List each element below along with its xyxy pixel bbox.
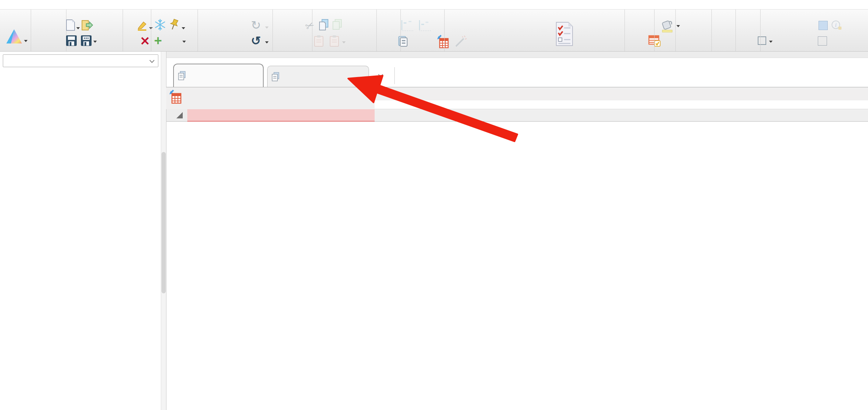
header-band-divider <box>375 109 868 109</box>
menu-bar <box>0 0 868 9</box>
sheet-title-cell[interactable] <box>166 87 375 109</box>
toolbar-section-sheet: ✕ + <box>66 10 123 51</box>
results-sheet-icon <box>178 71 186 80</box>
svg-text:i: i <box>835 22 837 28</box>
analysis-grid-icon[interactable] <box>169 89 182 104</box>
tab-multiple-comparisons[interactable] <box>267 66 369 87</box>
toolbar-section-la <box>712 10 736 51</box>
tab-overflow-chevron-icon[interactable] <box>378 72 383 77</box>
tab-anova-results[interactable] <box>173 64 264 87</box>
tab-strip <box>166 52 868 58</box>
prism-logo-button[interactable] <box>6 29 23 44</box>
selected-column-header[interactable] <box>187 109 375 122</box>
results-sheet-icon <box>272 72 280 81</box>
tab-separator <box>394 67 395 84</box>
toolbar-section-change <box>312 10 377 51</box>
toolbar-section-draw <box>377 10 401 51</box>
toolbar-section-text <box>445 10 625 51</box>
prism-window: ✕ + ↻ ↺ ✂ <box>0 0 868 410</box>
toolbar-section-clipboard: ✂ <box>151 10 198 51</box>
prism-logo-icon <box>6 29 23 44</box>
corner-triangle-icon <box>176 112 183 118</box>
toolbar-section-undo: ↻ ↺ <box>123 10 151 51</box>
toolbar-section-send <box>676 10 712 51</box>
word-object-button[interactable] <box>819 21 828 30</box>
toolbar-section-write: i <box>401 10 445 51</box>
text-box-button[interactable] <box>818 36 827 46</box>
navigator-sidebar <box>0 52 161 410</box>
info-new-icon[interactable]: i <box>831 20 842 31</box>
search-input[interactable] <box>3 54 158 67</box>
draw-dropdown[interactable] <box>769 41 773 43</box>
sidebar-divider <box>161 52 161 410</box>
toolbar-section-export: txt xml <box>625 10 655 51</box>
sidebar-scrollbar-thumb[interactable] <box>162 152 166 293</box>
sheet-header-band <box>375 87 868 100</box>
toolbar-section-prism <box>0 10 31 51</box>
toolbar: ✕ + ↻ ↺ ✂ <box>0 9 868 52</box>
toolbar-section-file <box>31 10 66 51</box>
sheet-subheader-band <box>375 109 868 122</box>
prism-menu-dropdown[interactable] <box>24 40 28 42</box>
toolbar-section-help <box>736 10 761 51</box>
corner-cell[interactable] <box>166 109 187 122</box>
toolbar-section-print <box>655 10 676 51</box>
toolbar-section-interpret <box>273 10 312 51</box>
toolbar-section-analysis <box>198 10 273 51</box>
